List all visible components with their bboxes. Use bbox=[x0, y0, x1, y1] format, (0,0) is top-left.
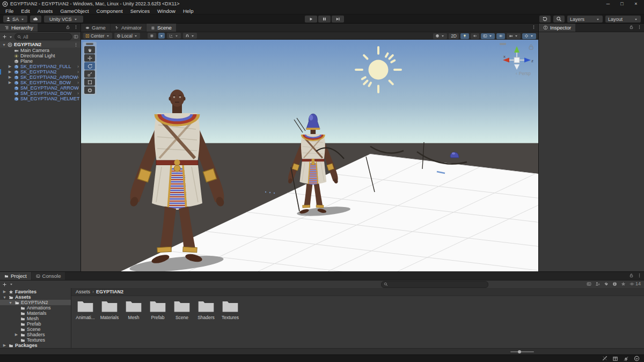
maximize-button[interactable]: □ bbox=[615, 0, 629, 8]
increment-snap-toggle[interactable] bbox=[167, 33, 181, 39]
menu-item-assets[interactable]: Assets bbox=[34, 8, 56, 14]
layers-dropdown[interactable]: Layers bbox=[567, 16, 603, 23]
2d-toggle[interactable]: 2D bbox=[449, 33, 459, 39]
kebab-menu-icon[interactable] bbox=[74, 42, 78, 47]
notifications-muted-icon[interactable] bbox=[623, 356, 629, 361]
search-button[interactable] bbox=[553, 16, 565, 23]
hidden-count-toggle[interactable]: 14 bbox=[630, 281, 641, 286]
camera-settings-dropdown[interactable] bbox=[507, 33, 521, 39]
prefab-chevron-icon[interactable]: › bbox=[77, 80, 79, 85]
kebab-menu-icon[interactable] bbox=[531, 25, 536, 29]
gizmo-y-axis[interactable] bbox=[514, 46, 519, 53]
asset-folder-tile[interactable]: Animati... bbox=[76, 299, 95, 320]
tab-hierarchy[interactable]: Hierarchy bbox=[0, 24, 38, 32]
gizmo-center-cube[interactable] bbox=[514, 57, 519, 63]
prefab-chevron-icon[interactable]: › bbox=[77, 91, 79, 96]
collapse-icon[interactable]: ▼ bbox=[2, 43, 6, 47]
asset-folder-tile[interactable]: Scene bbox=[172, 299, 192, 320]
grid-snapping-dropdown[interactable] bbox=[158, 33, 165, 39]
background-activity-icon[interactable] bbox=[634, 356, 640, 361]
menu-item-window[interactable]: Window bbox=[154, 8, 179, 14]
gizmo-lock-icon[interactable] bbox=[529, 45, 533, 50]
project-tree-item[interactable]: Materials bbox=[0, 311, 71, 316]
cloud-button[interactable] bbox=[30, 16, 41, 23]
view-tool-button[interactable] bbox=[84, 46, 95, 54]
gizmo-neg-y-axis[interactable] bbox=[514, 64, 519, 70]
play-button[interactable] bbox=[305, 16, 317, 23]
label-tag-icon[interactable] bbox=[604, 282, 609, 286]
hierarchy-item[interactable]: SM_EGYPTIAN2_HELMET› bbox=[0, 96, 80, 101]
menu-item-component[interactable]: Component bbox=[93, 8, 126, 14]
transform-tool-button[interactable] bbox=[84, 86, 95, 94]
overlay-drag-handle[interactable] bbox=[500, 43, 506, 45]
kebab-menu-icon[interactable] bbox=[637, 25, 642, 29]
lock-icon[interactable] bbox=[629, 25, 634, 29]
gizmo-z-axis[interactable] bbox=[524, 58, 531, 63]
lock-icon[interactable] bbox=[65, 25, 70, 29]
project-tree-item[interactable]: ▶Shaders bbox=[0, 332, 71, 337]
menu-item-file[interactable]: File bbox=[2, 8, 17, 14]
kebab-menu-icon[interactable] bbox=[74, 25, 78, 29]
menu-item-edit[interactable]: Edit bbox=[18, 8, 33, 14]
info-icon[interactable] bbox=[612, 282, 617, 286]
create-add-icon[interactable] bbox=[2, 282, 7, 287]
hierarchy-item[interactable]: ▶SK_EGYPTIAN2_ARROW› bbox=[0, 75, 80, 80]
tab-scene[interactable]: Scene bbox=[147, 24, 176, 32]
projection-toggle[interactable]: ‹ Persp bbox=[516, 71, 531, 76]
hierarchy-scene-row[interactable]: ▼ EGYPTIAN2 bbox=[0, 41, 80, 48]
audio-toggle[interactable] bbox=[471, 33, 479, 39]
pause-button[interactable] bbox=[318, 16, 331, 23]
hierarchy-item[interactable]: Plane bbox=[0, 58, 80, 64]
lock-icon[interactable] bbox=[629, 273, 634, 278]
project-tree-item[interactable]: Mesh bbox=[0, 316, 71, 321]
grid-snapping-toggle[interactable] bbox=[148, 33, 156, 39]
draw-mode-dropdown[interactable] bbox=[433, 33, 447, 39]
hierarchy-item[interactable]: SM_EGYPTIAN2_ARROW› bbox=[0, 85, 80, 91]
handle-rotation-dropdown[interactable]: Local bbox=[114, 33, 140, 39]
scene-viewport[interactable]: x z ‹ Persp bbox=[81, 40, 538, 271]
scale-tool-button[interactable] bbox=[84, 70, 95, 78]
thumbnail-zoom-slider[interactable] bbox=[510, 351, 534, 352]
menu-item-help[interactable]: Help bbox=[180, 8, 197, 14]
paintbrush-status-icon[interactable] bbox=[602, 356, 608, 361]
vcs-dropdown[interactable]: Unity VCS bbox=[44, 16, 83, 23]
project-tree-item[interactable]: ▶Favorites bbox=[0, 289, 71, 294]
breadcrumb-root[interactable]: Assets bbox=[76, 289, 90, 294]
lighting-toggle[interactable] bbox=[460, 33, 469, 39]
expander-icon[interactable]: ▶ bbox=[8, 70, 12, 74]
chevron-down-icon[interactable] bbox=[9, 282, 13, 286]
minimize-button[interactable]: ─ bbox=[601, 0, 615, 8]
prefab-chevron-icon[interactable]: › bbox=[77, 75, 79, 80]
prefab-chevron-icon[interactable]: › bbox=[77, 64, 79, 69]
breadcrumb-current[interactable]: EGYPTIAN2 bbox=[96, 289, 123, 294]
expander-icon[interactable]: ▶ bbox=[14, 333, 19, 337]
asset-folder-tile[interactable]: Mesh bbox=[124, 299, 143, 320]
project-tree-item[interactable]: Prefab bbox=[0, 321, 71, 327]
tab-game[interactable]: Game bbox=[81, 24, 110, 32]
hierarchy-item[interactable]: Directional Light bbox=[0, 53, 80, 58]
hierarchy-item[interactable]: ▶SK_EGYPTIAN2_FULL› bbox=[0, 64, 80, 69]
pivot-mode-dropdown[interactable]: Center bbox=[83, 33, 112, 39]
expander-icon[interactable]: ▶ bbox=[8, 75, 12, 79]
prefab-chevron-icon[interactable]: › bbox=[77, 85, 79, 91]
prefab-chevron-icon[interactable]: › bbox=[77, 96, 79, 101]
expander-icon[interactable]: ▶ bbox=[8, 64, 12, 69]
gizmos-dropdown[interactable] bbox=[522, 33, 536, 39]
expander-icon[interactable]: ▶ bbox=[2, 290, 7, 294]
hierarchy-item[interactable]: SM_EGYPTIAN2_BOW› bbox=[0, 91, 80, 96]
rect-tool-button[interactable] bbox=[84, 78, 95, 86]
hierarchy-item[interactable]: Main Camera bbox=[0, 48, 80, 53]
tab-project[interactable]: Project bbox=[0, 272, 31, 280]
slider-knob[interactable] bbox=[518, 350, 521, 353]
import-asset-icon[interactable] bbox=[595, 282, 600, 286]
search-in-pane-icon[interactable] bbox=[587, 282, 591, 286]
project-tree-item[interactable]: Animations bbox=[0, 305, 71, 311]
close-button[interactable]: × bbox=[629, 0, 643, 8]
create-add-icon[interactable] bbox=[2, 34, 7, 39]
project-tree-item[interactable]: Scene bbox=[0, 327, 71, 332]
asset-folder-tile[interactable]: Shaders bbox=[196, 299, 216, 320]
rotate-tool-button[interactable] bbox=[84, 62, 95, 70]
expander-icon[interactable]: ▼ bbox=[8, 301, 13, 305]
project-tree-item[interactable]: ▼EGYPTIAN2 bbox=[0, 300, 71, 305]
menu-item-gameobject[interactable]: GameObject bbox=[57, 8, 92, 14]
